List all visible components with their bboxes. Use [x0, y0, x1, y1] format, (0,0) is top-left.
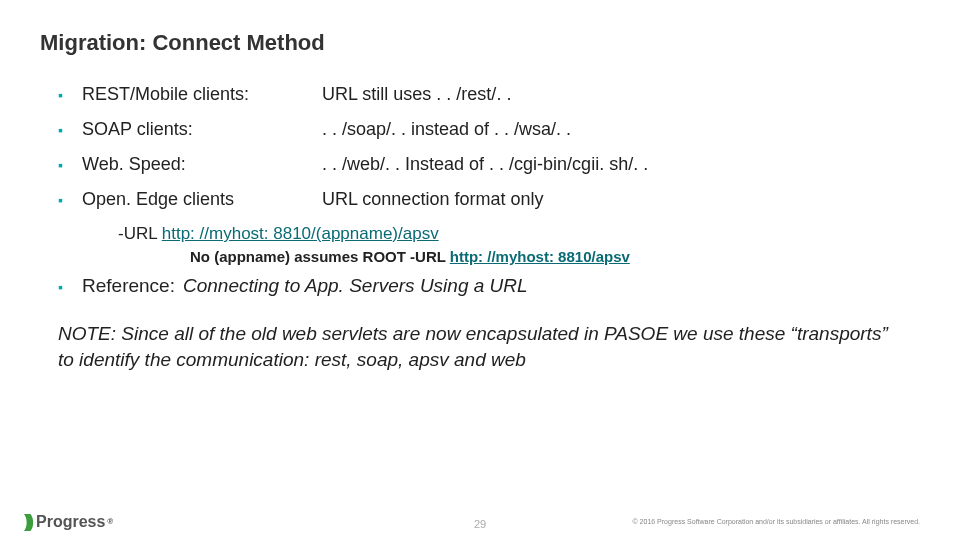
bullet-item: SOAP clients: . . /soap/. . instead of .…: [58, 119, 920, 140]
note-text: NOTE: Since all of the old web servlets …: [58, 321, 888, 372]
bullet-desc: . . /web/. . Instead of . . /cgi-bin/cgi…: [322, 154, 920, 175]
progress-logo: ))) Progress ®: [24, 511, 113, 532]
page-number: 29: [474, 518, 486, 530]
slide: Migration: Connect Method REST/Mobile cl…: [0, 0, 960, 540]
bullet-label: Web. Speed:: [82, 154, 322, 175]
sub-bullet-prefix: -URL: [118, 224, 162, 243]
sub-bullet-url: -URL http: //myhost: 8810/(appname)/apsv: [118, 224, 920, 244]
trademark-icon: ®: [107, 517, 113, 526]
url-link[interactable]: http: //myhost: 8810/(appname)/apsv: [162, 224, 439, 243]
bullet-desc: URL connection format only: [322, 189, 920, 210]
chevron-icon: ))): [24, 511, 30, 532]
slide-title: Migration: Connect Method: [40, 30, 920, 56]
copyright-text: © 2016 Progress Software Corporation and…: [633, 518, 921, 525]
bullet-item: Open. Edge clients URL connection format…: [58, 189, 920, 210]
bullet-item: REST/Mobile clients: URL still uses . . …: [58, 84, 920, 105]
bullet-label: SOAP clients:: [82, 119, 322, 140]
bullet-label: Open. Edge clients: [82, 189, 322, 210]
bullet-list: REST/Mobile clients: URL still uses . . …: [58, 84, 920, 210]
bullet-desc: URL still uses . . /rest/. .: [322, 84, 920, 105]
bullet-item: Web. Speed: . . /web/. . Instead of . . …: [58, 154, 920, 175]
url-link[interactable]: http: //myhost: 8810/apsv: [450, 248, 630, 265]
reference-text: Connecting to App. Servers Using a URL: [183, 275, 528, 297]
sub-bullet-root: No (appname) assumes ROOT -URL http: //m…: [190, 248, 920, 265]
reference-label: Reference:: [82, 275, 175, 297]
reference-bullet: Reference: Connecting to App. Servers Us…: [58, 275, 920, 297]
bullet-label: REST/Mobile clients:: [82, 84, 322, 105]
sub-bullet-prefix: No (appname) assumes ROOT -URL: [190, 248, 450, 265]
brand-text: Progress: [36, 513, 105, 531]
bullet-desc: . . /soap/. . instead of . . /wsa/. .: [322, 119, 920, 140]
